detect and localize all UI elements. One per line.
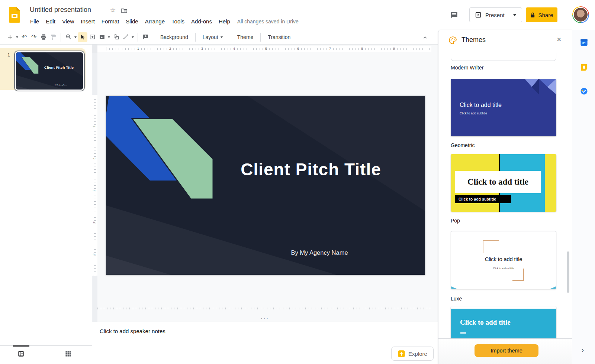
print-button[interactable] <box>39 32 48 42</box>
slide-editor[interactable]: Client Pitch Title By My Agency Name <box>106 96 425 275</box>
present-label: Present <box>485 12 505 18</box>
corner-bracket <box>483 240 499 253</box>
theme-card-modern-writer[interactable] <box>451 53 556 61</box>
new-slide-button[interactable] <box>5 32 15 42</box>
divider <box>138 33 138 42</box>
grid-view-icon <box>65 350 72 357</box>
document-title[interactable]: Untitled presentation <box>30 6 91 14</box>
ruler-number: 8 <box>360 47 364 51</box>
layout-button[interactable]: Layout <box>198 32 227 42</box>
menu-slide[interactable]: Slide <box>122 17 141 25</box>
ruler-number: 3 <box>92 189 96 191</box>
theme-subtitle-placeholder: Click to add subtitle <box>451 267 556 270</box>
account-avatar[interactable] <box>572 6 589 23</box>
text-box-button[interactable] <box>87 32 97 42</box>
insert-image-button[interactable] <box>97 32 107 42</box>
editor-canvas: 1 2 3 4 5 6 7 8 9 1 2 3 4 5 <box>92 45 438 364</box>
explore-sparkle-icon <box>398 350 405 358</box>
filmstrip-footer <box>0 345 92 364</box>
background-button[interactable]: Background <box>156 32 193 42</box>
move-to-folder-icon[interactable] <box>120 7 128 16</box>
menu-help[interactable]: Help <box>215 17 234 25</box>
chevron-right-icon[interactable]: › <box>581 345 584 355</box>
slide-title[interactable]: Client Pitch Title <box>241 160 381 179</box>
theme-title-placeholder: Click to add title <box>451 256 556 262</box>
text-box-icon <box>89 33 96 40</box>
menu-view[interactable]: View <box>59 17 77 25</box>
theme-card-geometric[interactable]: Click to add title Click to add subtitle <box>451 79 556 136</box>
speaker-notes-input[interactable]: Click to add speaker notes <box>100 328 165 334</box>
grid-view-button[interactable] <box>65 350 72 359</box>
zoom-button[interactable] <box>64 32 73 42</box>
caret-down-icon <box>16 36 18 39</box>
select-tool-button[interactable] <box>78 32 87 42</box>
calendar-app-button[interactable]: 31 <box>580 38 588 48</box>
notes-resize-handle[interactable]: ··· <box>257 317 272 321</box>
google-slides-app: Untitled presentation ☆ File Edit View I… <box>0 0 595 364</box>
add-comment-button[interactable] <box>141 32 150 42</box>
present-button[interactable]: Present <box>469 7 522 22</box>
menu-edit[interactable]: Edit <box>42 17 59 25</box>
theme-card-teal[interactable]: Click to add title <box>451 306 556 338</box>
theme-card-pop[interactable]: Click to add title Click to add subtitle <box>451 154 556 212</box>
menu-tools[interactable]: Tools <box>168 17 188 25</box>
slide-number: 1 <box>7 52 10 58</box>
theme-card-luxe[interactable]: Click to add title Click to add subtitle <box>451 231 556 289</box>
present-dropdown[interactable] <box>510 8 520 22</box>
line-dropdown[interactable] <box>131 32 135 42</box>
theme-button[interactable]: Theme <box>233 32 258 42</box>
image-dropdown[interactable] <box>107 32 111 42</box>
menu-addons[interactable]: Add-ons <box>188 17 215 25</box>
shape-icon <box>113 33 120 40</box>
share-button[interactable]: Share <box>526 7 557 22</box>
comments-icon[interactable] <box>449 10 459 22</box>
horizontal-ruler[interactable]: 1 2 3 4 5 6 7 8 9 <box>97 46 431 52</box>
transition-button[interactable]: Transition <box>263 32 295 42</box>
theme-subtitle-placeholder: Click to add subtitle <box>455 197 496 201</box>
menu-insert[interactable]: Insert <box>77 17 98 25</box>
thumbnail-slide-title: Client Pitch Title <box>44 65 74 69</box>
keep-app-button[interactable] <box>580 63 588 73</box>
themes-scrollbar[interactable] <box>567 251 569 293</box>
zoom-dropdown[interactable] <box>73 32 78 42</box>
theme-title-placeholder: Click to add title <box>467 177 528 187</box>
ruler-number: 5 <box>264 47 268 51</box>
tasks-icon <box>580 87 588 95</box>
explore-button[interactable]: Explore <box>391 347 434 361</box>
chevron-up-icon <box>422 35 428 40</box>
tasks-app-button[interactable] <box>580 87 588 97</box>
paint-format-button[interactable] <box>48 32 58 42</box>
present-icon <box>475 12 482 18</box>
collapse-toolbar-button[interactable] <box>421 33 429 42</box>
slide-thumbnail[interactable]: Client Pitch Title By My Agency Name <box>14 51 85 91</box>
active-view-indicator <box>13 345 29 347</box>
import-theme-button[interactable]: Import theme <box>475 344 538 357</box>
insert-shape-button[interactable] <box>111 32 121 42</box>
caret-down-icon <box>221 36 223 39</box>
menu-file[interactable]: File <box>27 17 42 25</box>
insert-line-button[interactable] <box>121 32 131 42</box>
palette-icon <box>448 36 457 46</box>
zoom-icon <box>65 33 72 40</box>
save-status-link[interactable]: All changes saved in Drive <box>237 19 299 25</box>
filmstrip-view-button[interactable] <box>17 350 25 359</box>
vertical-ruler[interactable]: 1 2 3 4 5 <box>92 53 97 327</box>
undo-button[interactable]: ↶ <box>19 32 29 42</box>
menu-arrange[interactable]: Arrange <box>142 17 168 25</box>
cursor-icon <box>79 34 86 40</box>
star-icon[interactable]: ☆ <box>110 6 116 14</box>
corner-bracket <box>512 269 524 281</box>
slide-subtitle[interactable]: By My Agency Name <box>291 249 348 256</box>
divider <box>260 33 261 42</box>
themes-panel: Themes ✕ Modern Writer Click to add titl… <box>438 30 572 364</box>
ruler-number: 2 <box>92 157 96 159</box>
divider <box>153 33 153 42</box>
new-slide-dropdown[interactable] <box>15 32 19 42</box>
ruler-corner <box>92 45 97 53</box>
redo-button[interactable]: ↷ <box>29 32 39 42</box>
close-icon[interactable]: ✕ <box>557 36 562 43</box>
lock-icon <box>530 12 536 18</box>
menu-format[interactable]: Format <box>98 17 123 25</box>
slides-logo-icon[interactable] <box>9 7 20 23</box>
calendar-icon: 31 <box>580 38 588 47</box>
